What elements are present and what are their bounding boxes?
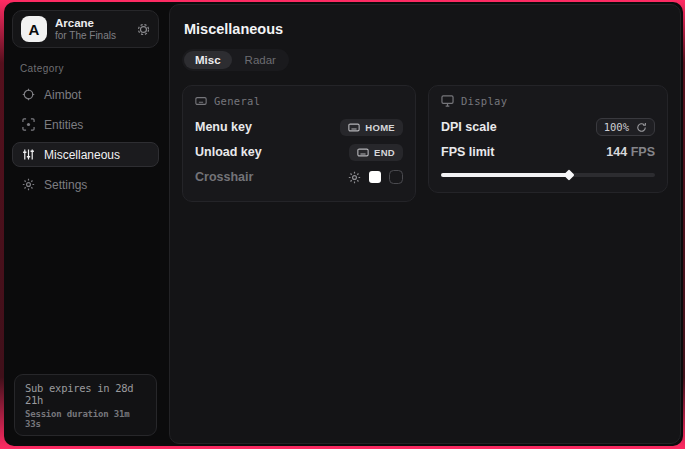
unload-key-row: Unload key END <box>195 140 403 164</box>
sidebar-item-label: Miscellaneous <box>44 148 120 162</box>
app-name: Arcane <box>55 17 129 30</box>
unload-key-value: END <box>374 147 395 158</box>
tab-radar[interactable]: Radar <box>234 51 287 69</box>
general-card-header: General <box>195 95 403 107</box>
display-card-title: Display <box>461 95 507 107</box>
crosshair-controls <box>348 170 403 184</box>
crosshair-row: Crosshair <box>195 165 403 189</box>
crosshair-label: Crosshair <box>195 170 253 184</box>
subscription-footer: Sub expires in 28d 21h Session duration … <box>14 374 157 436</box>
fps-limit-slider[interactable] <box>441 170 655 180</box>
entities-scan-icon <box>22 118 35 131</box>
display-card: Display DPI scale 100% <box>428 85 668 193</box>
page-title: Miscellaneous <box>184 21 668 37</box>
main-panel: Miscellaneous Misc Radar General <box>169 4 681 444</box>
sidebar-item-settings[interactable]: Settings <box>12 172 159 197</box>
tab-misc[interactable]: Misc <box>184 51 232 69</box>
menu-key-button[interactable]: HOME <box>340 119 403 136</box>
keyboard-icon <box>348 123 360 132</box>
menu-key-value: HOME <box>365 122 395 133</box>
unload-key-label: Unload key <box>195 145 262 159</box>
avatar: A <box>21 16 47 42</box>
monitor-icon <box>441 95 454 107</box>
sliders-icon <box>22 148 35 161</box>
app-subtitle: for The Finals <box>55 30 129 42</box>
cards-row: General Menu key HOME <box>182 85 668 202</box>
app-titles: Arcane for The Finals <box>55 17 129 42</box>
fps-limit-row: FPS limit 144 FPS <box>441 140 655 164</box>
slider-fill <box>441 173 569 177</box>
crosshair-target-icon <box>22 88 35 101</box>
session-duration-text: Session duration 31m 33s <box>25 409 146 429</box>
crosshair-checkbox[interactable] <box>389 170 403 184</box>
sub-expiry-text: Sub expires in 28d 21h <box>25 382 146 406</box>
keyboard-icon <box>357 148 369 157</box>
crosshair-settings-gear-icon[interactable] <box>348 171 361 184</box>
sidebar-header: A Arcane for The Finals <box>12 10 159 48</box>
dpi-scale-label: DPI scale <box>441 120 497 134</box>
unload-key-button[interactable]: END <box>349 144 403 161</box>
general-card: General Menu key HOME <box>182 85 416 202</box>
keyboard-layout-icon <box>195 95 207 107</box>
gear-icon <box>22 178 35 191</box>
display-card-header: Display <box>441 95 655 107</box>
dpi-scale-value: 100% <box>604 121 629 133</box>
sidebar-nav: Aimbot Entities Miscel <box>10 82 161 197</box>
fps-unit: FPS <box>631 145 655 159</box>
category-label: Category <box>20 63 153 74</box>
crosshair-color-swatch[interactable] <box>369 171 381 183</box>
menu-key-row: Menu key HOME <box>195 115 403 139</box>
slider-thumb[interactable] <box>564 169 575 180</box>
app-window: A Arcane for The Finals Category <box>4 2 683 446</box>
sync-gear-icon[interactable] <box>137 23 150 36</box>
fps-limit-label: FPS limit <box>441 145 494 159</box>
fps-number: 144 <box>606 145 627 159</box>
general-card-title: General <box>214 95 260 107</box>
sidebar-item-entities[interactable]: Entities <box>12 112 159 137</box>
sidebar-item-label: Entities <box>44 118 83 132</box>
fps-limit-value: 144 FPS <box>606 145 655 159</box>
sidebar-item-label: Aimbot <box>44 88 81 102</box>
sidebar-item-miscellaneous[interactable]: Miscellaneous <box>12 142 159 167</box>
tab-bar: Misc Radar <box>182 49 289 71</box>
menu-key-label: Menu key <box>195 120 252 134</box>
dpi-scale-button[interactable]: 100% <box>596 118 655 136</box>
sidebar-item-aimbot[interactable]: Aimbot <box>12 82 159 107</box>
dpi-scale-row: DPI scale 100% <box>441 115 655 139</box>
sidebar: A Arcane for The Finals Category <box>4 2 167 446</box>
refresh-cycle-icon <box>636 122 647 133</box>
sidebar-item-label: Settings <box>44 178 87 192</box>
